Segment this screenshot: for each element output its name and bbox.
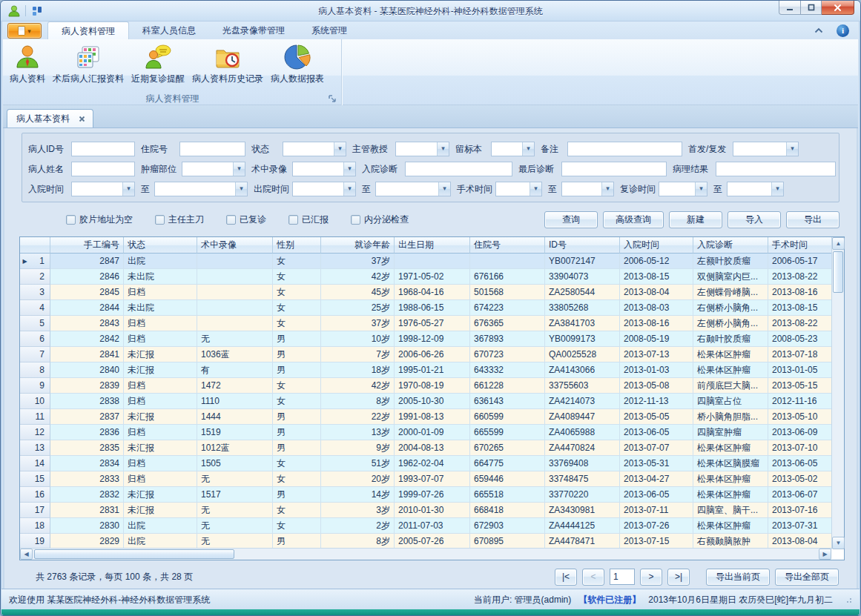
row-header-cell[interactable]: 7 xyxy=(20,347,50,362)
row-header-cell[interactable]: 19 xyxy=(20,534,50,549)
filter-combo-至[interactable]: ▾ xyxy=(561,182,614,196)
row-header-cell[interactable]: 18 xyxy=(20,518,50,534)
column-header-就诊年龄[interactable]: 就诊年龄 xyxy=(321,237,395,254)
table-row[interactable]: 182830出院无女2岁2011-07-03672903ZA4444125201… xyxy=(20,518,844,534)
checkbox-box[interactable] xyxy=(288,215,298,225)
table-row[interactable]: 122836归档1519男13岁2000-01-09665599ZA406598… xyxy=(20,425,844,440)
filter-combo-至[interactable]: ▾ xyxy=(154,182,248,196)
filter-combo-出院时间[interactable]: ▾ xyxy=(292,182,356,196)
checkbox-内分泌检查[interactable]: 内分泌检查 xyxy=(351,213,409,226)
patient-report-button[interactable]: 病人数据报表 xyxy=(267,42,328,87)
filter-combo-术中录像[interactable]: ▾ xyxy=(292,162,356,176)
table-row[interactable]: 82840未汇报有男18岁1995-01-21643332ZA414306620… xyxy=(20,362,844,378)
row-header-cell[interactable]: ▶1 xyxy=(20,254,50,269)
column-header-状态[interactable]: 状态 xyxy=(124,237,197,254)
filter-combo-主管教授[interactable]: ▾ xyxy=(395,142,449,156)
ribbon-tab-病人资料管理[interactable]: 病人资料管理 xyxy=(47,21,129,39)
registered-link[interactable]: 【软件已注册】 xyxy=(578,594,641,606)
table-row[interactable]: ▶12847出院女37岁YB00721472006-05-12左额叶胶质瘤200… xyxy=(20,254,844,269)
checkbox-box[interactable] xyxy=(66,215,76,225)
application-menu-button[interactable]: ▾ xyxy=(7,23,42,39)
horizontal-scrollbar[interactable]: ◀ ▶ xyxy=(20,548,831,560)
restore-button[interactable] xyxy=(801,1,822,15)
filter-combo-入院时间[interactable]: ▾ xyxy=(71,182,135,196)
filter-combo-状态[interactable]: ▾ xyxy=(283,142,346,156)
checkbox-box[interactable] xyxy=(226,215,236,225)
scroll-down-icon[interactable]: ▼ xyxy=(832,537,845,549)
chevron-down-icon[interactable]: ▾ xyxy=(437,142,449,156)
table-row[interactable]: 72841未汇报1036蓝男7岁2006-06-26670723QA002552… xyxy=(20,347,844,362)
row-header-cell[interactable]: 4 xyxy=(20,300,50,316)
filter-combo-留标本[interactable]: ▾ xyxy=(491,142,535,156)
filter-combo-至[interactable]: ▾ xyxy=(375,182,451,196)
close-button[interactable] xyxy=(822,1,854,15)
chevron-down-icon[interactable]: ▾ xyxy=(343,182,355,196)
export-all-pages-button[interactable]: 导出全部页 xyxy=(775,569,839,586)
info-icon[interactable]: i xyxy=(837,24,849,37)
filter-input-病人姓名[interactable] xyxy=(71,162,135,176)
patient-history-button[interactable]: 病人资料历史记录 xyxy=(188,42,267,87)
checkbox-已复诊[interactable]: 已复诊 xyxy=(226,213,266,226)
column-header-出生日期[interactable]: 出生日期 xyxy=(395,237,470,254)
button-新建[interactable]: 新建 xyxy=(669,211,722,228)
row-header-cell[interactable]: 11 xyxy=(20,409,50,425)
scroll-left-icon[interactable]: ◀ xyxy=(20,549,33,560)
next-page-button[interactable]: > xyxy=(640,569,662,586)
button-导入[interactable]: 导入 xyxy=(728,211,781,228)
column-header-入院时间[interactable]: 入院时间 xyxy=(620,237,693,254)
chevron-down-icon[interactable]: ▾ xyxy=(695,182,707,196)
filter-input-住院号[interactable] xyxy=(179,142,245,156)
prev-page-button[interactable]: < xyxy=(582,569,604,586)
column-header-手术时间[interactable]: 手术时间 xyxy=(768,237,833,254)
export-current-page-button[interactable]: 导出当前页 xyxy=(706,569,770,586)
scroll-right-icon[interactable]: ▶ xyxy=(819,549,831,560)
ribbon-tab-光盘录像带管理[interactable]: 光盘录像带管理 xyxy=(209,21,298,39)
patient-data-button[interactable]: 病人资料 xyxy=(6,42,49,87)
title-bar[interactable]: 病人基本资料 - 某某医院神经外科-神经外科数据管理系统 xyxy=(1,1,860,21)
column-header-住院号[interactable]: 住院号 xyxy=(470,237,545,254)
filter-input-入院诊断[interactable] xyxy=(405,162,512,176)
scroll-up-icon[interactable]: ▲ xyxy=(832,237,845,250)
table-row[interactable]: 162832未汇报1517男14岁1999-07-266655183377022… xyxy=(20,487,844,503)
chevron-down-icon[interactable]: ▾ xyxy=(438,182,450,196)
table-row[interactable]: 42844未出院女25岁1988-06-15674223338052682013… xyxy=(20,300,844,316)
table-row[interactable]: 192829出院无男8岁2005-07-26670895ZA4478471201… xyxy=(20,534,844,549)
close-tab-icon[interactable] xyxy=(79,116,85,122)
chevron-down-icon[interactable]: ▾ xyxy=(343,162,355,176)
table-row[interactable]: 152833归档无女20岁1993-07-0765944633748475201… xyxy=(20,471,844,487)
ribbon-tab-科室人员信息[interactable]: 科室人员信息 xyxy=(129,21,209,39)
collapse-ribbon-icon[interactable] xyxy=(814,27,823,33)
filter-input-病人ID号[interactable] xyxy=(71,142,135,156)
first-page-button[interactable]: |< xyxy=(555,569,577,586)
filter-input-最后诊断[interactable] xyxy=(561,162,667,176)
chevron-down-icon[interactable]: ▾ xyxy=(530,182,541,196)
row-header-cell[interactable]: 17 xyxy=(20,503,50,518)
row-header-cell[interactable]: 5 xyxy=(20,316,50,331)
column-header-入院诊断[interactable]: 入院诊断 xyxy=(693,237,768,254)
dialog-launcher-icon[interactable] xyxy=(328,94,337,103)
last-page-button[interactable]: >| xyxy=(667,569,690,586)
row-header-cell[interactable]: 8 xyxy=(20,362,50,378)
chevron-down-icon[interactable]: ▾ xyxy=(522,142,534,156)
page-number-input[interactable] xyxy=(610,569,635,585)
revisit-reminder-button[interactable]: 近期复诊提醒 xyxy=(128,42,188,87)
row-header-cell[interactable]: 6 xyxy=(20,331,50,347)
table-row[interactable]: 132835未汇报1012蓝男9岁2004-08-13670265ZA44708… xyxy=(20,440,844,456)
column-header-性别[interactable]: 性别 xyxy=(273,237,321,254)
filter-combo-至[interactable]: ▾ xyxy=(727,182,784,196)
column-header-手工编号[interactable]: 手工编号 xyxy=(50,237,124,254)
filter-combo-肿瘤部位[interactable]: ▾ xyxy=(182,162,245,176)
vertical-scrollbar[interactable]: ▲ ▼ xyxy=(831,237,844,549)
table-row[interactable]: 112837未汇报1444男22岁1991-08-13660599ZA40894… xyxy=(20,409,844,425)
vertical-scroll-thumb[interactable] xyxy=(833,251,843,293)
chevron-down-icon[interactable]: ▾ xyxy=(786,142,798,156)
row-header-cell[interactable]: 13 xyxy=(20,440,50,456)
row-header-cell[interactable]: 2 xyxy=(20,269,50,285)
filter-combo-复诊时间[interactable]: ▾ xyxy=(659,182,707,196)
filter-input-备注[interactable] xyxy=(567,142,682,156)
column-header-术中录像[interactable]: 术中录像 xyxy=(197,237,273,254)
checkbox-已汇报[interactable]: 已汇报 xyxy=(288,213,329,226)
row-header-cell[interactable]: 10 xyxy=(20,394,50,409)
checkbox-胶片地址为空[interactable]: 胶片地址为空 xyxy=(66,213,133,226)
row-header-cell[interactable]: 16 xyxy=(20,487,50,503)
